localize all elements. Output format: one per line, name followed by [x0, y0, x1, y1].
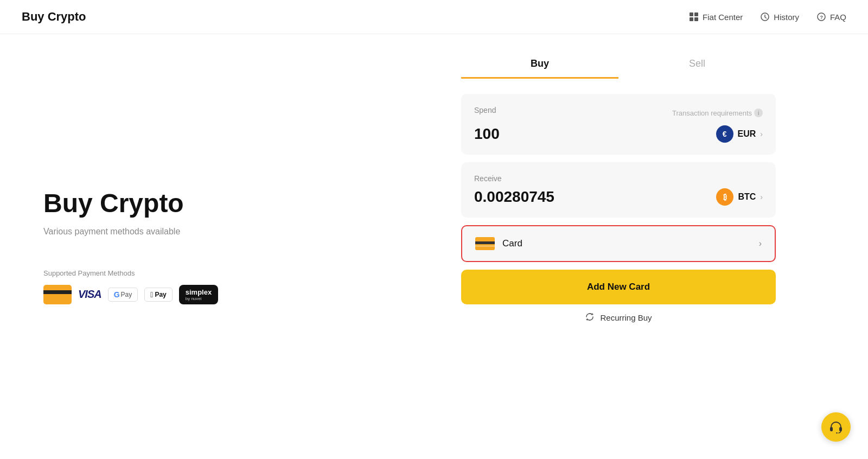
receive-value: 0.00280745 [474, 188, 554, 206]
card-icon-small [475, 237, 495, 250]
left-panel: Buy Crypto Various payment methods avail… [0, 34, 369, 458]
fiat-center-nav[interactable]: Fiat Center [689, 12, 743, 22]
spend-value[interactable]: 100 [474, 125, 500, 143]
payment-method-label: Card [502, 238, 522, 249]
receive-label: Receive [474, 174, 763, 183]
receive-card: Receive 0.00280745 ₿ BTC › [461, 162, 776, 218]
btc-icon: ₿ [716, 188, 733, 206]
svg-rect-0 [690, 12, 693, 16]
eur-code: EUR [738, 129, 756, 139]
applepay-payment-icon:  Pay [144, 288, 172, 302]
main-content: Buy Crypto Various payment methods avail… [0, 34, 868, 458]
question-icon: ? [816, 12, 826, 22]
spend-row: 100 € EUR › [474, 125, 763, 143]
visa-payment-icon: VISA [78, 288, 101, 301]
btc-arrow: › [760, 193, 763, 201]
history-label: History [774, 12, 799, 22]
transaction-req: Transaction requirements i [672, 109, 763, 117]
recurring-buy[interactable]: Recurring Buy [585, 312, 652, 323]
header-title: Buy Crypto [22, 10, 86, 24]
header: Buy Crypto Fiat Center History [0, 0, 868, 34]
transaction-req-text: Transaction requirements [672, 109, 752, 117]
info-icon[interactable]: i [754, 109, 763, 117]
hero-subtitle: Various payment methods available [43, 227, 326, 237]
gpay-payment-icon: GPay [108, 288, 138, 302]
hero-title: Buy Crypto [43, 188, 326, 218]
faq-nav[interactable]: ? FAQ [816, 12, 846, 22]
headphone-icon [829, 420, 843, 434]
btc-code: BTC [738, 192, 756, 202]
svg-text:?: ? [820, 15, 823, 20]
payment-method-selector[interactable]: Card › [461, 225, 776, 262]
simplex-payment-icon: simplex by nuvei [179, 285, 218, 304]
faq-label: FAQ [830, 12, 846, 22]
recurring-buy-label: Recurring Buy [600, 313, 652, 322]
card-small-stripe-2 [475, 245, 495, 247]
support-bubble[interactable] [821, 412, 851, 442]
eur-icon: € [716, 125, 733, 143]
payment-methods-label: Supported Payment Methods [43, 269, 326, 277]
svg-rect-7 [830, 427, 833, 431]
btc-currency-selector[interactable]: ₿ BTC › [716, 188, 763, 206]
card-stripe-2 [43, 296, 72, 298]
payment-method-arrow: › [759, 239, 762, 248]
payment-icons: VISA GPay  Pay simplex by nuvei [43, 285, 326, 304]
fiat-center-label: Fiat Center [703, 12, 743, 22]
payment-selector-left: Card [475, 237, 522, 250]
header-nav: Fiat Center History ? FAQ [689, 12, 846, 22]
history-nav[interactable]: History [760, 12, 799, 22]
eur-arrow: › [760, 130, 763, 138]
right-panel: Buy Sell Spend Transaction requirements … [369, 34, 868, 458]
svg-rect-1 [694, 12, 698, 16]
buy-sell-tabs: Buy Sell [461, 50, 776, 79]
tab-sell[interactable]: Sell [618, 50, 776, 79]
clock-icon [760, 12, 770, 22]
card-small-stripe-1 [475, 241, 495, 244]
svg-rect-2 [690, 17, 693, 21]
svg-rect-3 [694, 17, 698, 21]
eur-currency-selector[interactable]: € EUR › [716, 125, 763, 143]
eur-symbol: € [723, 130, 727, 138]
spend-label: Spend [474, 106, 496, 114]
grid-icon [689, 12, 699, 22]
card-stripe-1 [43, 290, 72, 294]
recurring-icon [585, 312, 596, 323]
receive-row: 0.00280745 ₿ BTC › [474, 188, 763, 206]
svg-point-9 [836, 432, 837, 433]
card-payment-icon [43, 285, 72, 304]
add-new-card-button[interactable]: Add New Card [461, 270, 776, 304]
spend-card: Spend Transaction requirements i 100 € E… [461, 94, 776, 155]
tab-buy[interactable]: Buy [461, 50, 618, 79]
btc-symbol: ₿ [723, 193, 727, 201]
